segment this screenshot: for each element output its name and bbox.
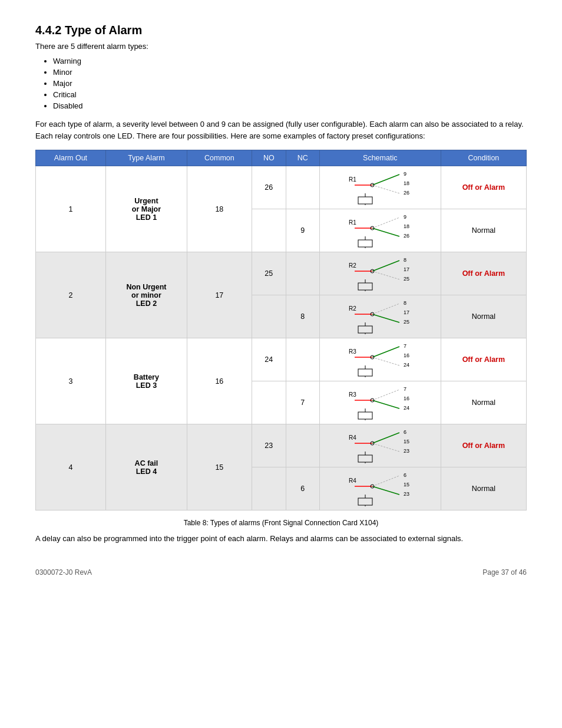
svg-text:26: 26 bbox=[404, 190, 409, 196]
svg-rect-19 bbox=[358, 240, 372, 247]
footer-right: Page 37 of 46 bbox=[482, 568, 527, 577]
svg-text:R4: R4 bbox=[349, 477, 356, 484]
svg-text:24: 24 bbox=[404, 362, 409, 368]
table-caption: Table 8: Types of alarms (Front Signal C… bbox=[35, 519, 527, 527]
footer: 0300072-J0 RevA Page 37 of 46 bbox=[35, 568, 527, 577]
svg-line-39 bbox=[372, 304, 399, 314]
svg-line-59 bbox=[372, 400, 399, 409]
svg-rect-85 bbox=[358, 498, 372, 505]
schematic-cell-bot: R371624 bbox=[319, 381, 441, 424]
svg-line-28 bbox=[372, 271, 399, 279]
table-row: 4AC failLED 41523R461523Off or Alarm bbox=[36, 424, 527, 467]
svg-rect-30 bbox=[358, 283, 372, 290]
nc-cell-top bbox=[286, 338, 319, 381]
schematic-cell-bot: R191826 bbox=[319, 209, 441, 252]
type-alarm-cell: Urgentor MajorLED 1 bbox=[105, 166, 187, 252]
svg-line-83 bbox=[372, 476, 399, 486]
no-cell: 26 bbox=[252, 166, 286, 209]
schematic-cell-top: R191826 bbox=[319, 166, 441, 209]
svg-text:17: 17 bbox=[404, 309, 409, 315]
col-header-no: NO bbox=[252, 150, 286, 166]
schematic-cell-top: R281725 bbox=[319, 252, 441, 295]
svg-text:R1: R1 bbox=[349, 176, 356, 183]
svg-text:R1: R1 bbox=[349, 219, 356, 226]
svg-text:R3: R3 bbox=[349, 391, 356, 398]
svg-line-61 bbox=[372, 390, 399, 400]
svg-text:15: 15 bbox=[404, 439, 409, 444]
svg-line-50 bbox=[372, 357, 399, 365]
alarm-out-cell: 1 bbox=[36, 166, 106, 252]
no-cell: 24 bbox=[252, 338, 286, 381]
svg-text:16: 16 bbox=[404, 353, 409, 358]
alarm-out-cell: 4 bbox=[36, 424, 106, 510]
condition-cell-bot: Normal bbox=[441, 467, 526, 510]
schematic-cell-top: R371624 bbox=[319, 338, 441, 381]
list-item: Major bbox=[53, 79, 527, 88]
svg-text:24: 24 bbox=[404, 405, 409, 411]
svg-text:6: 6 bbox=[404, 429, 406, 435]
type-alarm-cell: BatteryLED 3 bbox=[105, 338, 187, 424]
common-cell: 15 bbox=[187, 424, 252, 510]
svg-text:18: 18 bbox=[404, 180, 409, 186]
svg-line-70 bbox=[372, 433, 399, 443]
svg-rect-74 bbox=[358, 455, 372, 462]
common-cell: 17 bbox=[187, 252, 252, 338]
condition-cell-bot: Normal bbox=[441, 381, 526, 424]
alarm-out-cell: 2 bbox=[36, 252, 106, 338]
alarm-table: Alarm Out Type Alarm Common NO NC Schema… bbox=[35, 150, 527, 510]
condition-cell-top: Off or Alarm bbox=[441, 166, 526, 209]
description-paragraph: For each type of alarm, a severity level… bbox=[35, 118, 527, 141]
col-header-condition: Condition bbox=[441, 150, 526, 166]
nc-cell-top bbox=[286, 424, 319, 467]
no-cell-bot bbox=[252, 295, 286, 338]
col-header-type-alarm: Type Alarm bbox=[105, 150, 187, 166]
nc-cell-top bbox=[286, 166, 319, 209]
svg-text:9: 9 bbox=[404, 214, 406, 220]
no-cell-bot bbox=[252, 467, 286, 510]
nc-cell-top bbox=[286, 252, 319, 295]
col-header-schematic: Schematic bbox=[319, 150, 441, 166]
condition-cell-top: Off or Alarm bbox=[441, 252, 526, 295]
list-item: Critical bbox=[53, 90, 527, 99]
col-header-alarm-out: Alarm Out bbox=[36, 150, 106, 166]
type-alarm-cell: Non Urgentor minorLED 2 bbox=[105, 252, 187, 338]
svg-text:26: 26 bbox=[404, 233, 409, 239]
svg-text:7: 7 bbox=[404, 343, 406, 349]
table-row: 1Urgentor MajorLED 11826R191826Off or Al… bbox=[36, 166, 527, 209]
footer-left: 0300072-J0 RevA bbox=[35, 568, 92, 577]
svg-text:7: 7 bbox=[404, 386, 406, 392]
svg-text:25: 25 bbox=[404, 276, 409, 282]
type-alarm-cell: AC failLED 4 bbox=[105, 424, 187, 510]
section-title: 4.4.2 Type of Alarm bbox=[35, 24, 527, 37]
no-cell-bot bbox=[252, 381, 286, 424]
svg-text:23: 23 bbox=[404, 491, 409, 497]
nc-cell: 7 bbox=[286, 381, 319, 424]
svg-line-48 bbox=[372, 347, 399, 357]
svg-text:R2: R2 bbox=[349, 305, 356, 312]
svg-line-37 bbox=[372, 314, 399, 322]
condition-cell-top: Off or Alarm bbox=[441, 424, 526, 467]
schematic-cell-top: R461523 bbox=[319, 424, 441, 467]
svg-text:23: 23 bbox=[404, 448, 409, 454]
svg-text:15: 15 bbox=[404, 482, 409, 487]
svg-rect-63 bbox=[358, 412, 372, 419]
svg-text:17: 17 bbox=[404, 266, 409, 272]
condition-cell-bot: Normal bbox=[441, 295, 526, 338]
table-row: 2Non Urgentor minorLED 21725R281725Off o… bbox=[36, 252, 527, 295]
table-row: 3BatteryLED 31624R371624Off or Alarm bbox=[36, 338, 527, 381]
common-cell: 18 bbox=[187, 166, 252, 252]
svg-text:8: 8 bbox=[404, 300, 406, 306]
common-cell: 16 bbox=[187, 338, 252, 424]
schematic-cell-bot: R281725 bbox=[319, 295, 441, 338]
svg-text:25: 25 bbox=[404, 319, 409, 325]
svg-text:R3: R3 bbox=[349, 348, 356, 355]
condition-cell-bot: Normal bbox=[441, 209, 526, 252]
list-item: Warning bbox=[53, 57, 527, 65]
alarm-type-list: Warning Minor Major Critical Disabled bbox=[53, 57, 527, 110]
list-item: Disabled bbox=[53, 101, 527, 110]
no-cell: 25 bbox=[252, 252, 286, 295]
svg-rect-8 bbox=[358, 197, 372, 204]
svg-text:18: 18 bbox=[404, 223, 409, 229]
svg-line-81 bbox=[372, 486, 399, 495]
bottom-paragraph: A delay can also be programmed into the … bbox=[35, 533, 527, 545]
